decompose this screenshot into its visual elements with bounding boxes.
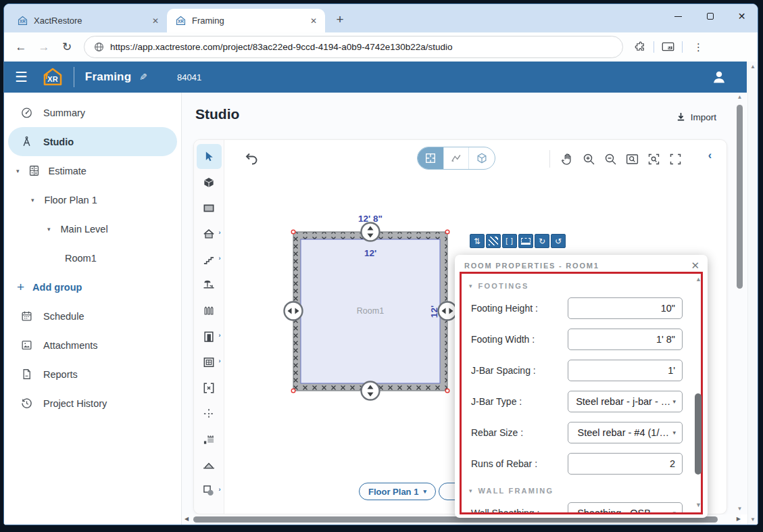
sketch-view-button[interactable] bbox=[443, 147, 469, 169]
house-tool[interactable]: › bbox=[197, 221, 222, 246]
maximize-button[interactable] bbox=[694, 4, 726, 28]
address-bar[interactable]: https://app.xactrestore.com/project/83ac… bbox=[84, 36, 623, 58]
scroll-down-arrow[interactable]: ▼ bbox=[748, 516, 758, 523]
view-mode-switcher bbox=[417, 147, 495, 170]
pan-hand-icon[interactable] bbox=[560, 152, 574, 166]
expand-caret-icon[interactable]: ▾ bbox=[31, 197, 34, 203]
screen-search-icon[interactable] bbox=[661, 41, 675, 53]
roof-tool[interactable] bbox=[197, 452, 222, 477]
tab-xactrestore[interactable]: XR XactRestore ✕ bbox=[9, 9, 167, 32]
close-panel-icon[interactable]: ✕ bbox=[691, 260, 699, 270]
add-group-button[interactable]: + Add group bbox=[4, 272, 181, 301]
reload-button[interactable]: ↻ bbox=[57, 37, 77, 57]
tab-framing[interactable]: XR Framing ✕ bbox=[167, 9, 325, 32]
expand-caret-icon[interactable]: ▾ bbox=[16, 168, 20, 174]
panel-scroll-up-arrow[interactable]: ▲ bbox=[695, 276, 702, 283]
import-button[interactable]: Import bbox=[676, 112, 716, 122]
close-button[interactable]: ✕ bbox=[726, 4, 758, 28]
jbar-spacing-input[interactable] bbox=[568, 360, 683, 381]
deck-patio-tool[interactable] bbox=[197, 272, 222, 297]
footing-width-input[interactable] bbox=[568, 329, 683, 350]
hamburger-menu-icon[interactable]: ☰ bbox=[15, 69, 28, 85]
3d-view-button[interactable] bbox=[469, 147, 495, 169]
sidebar-item-project-history[interactable]: Project History bbox=[4, 389, 181, 418]
scroll-left-arrow[interactable]: ◀ bbox=[184, 516, 189, 522]
extensions-icon[interactable] bbox=[634, 41, 647, 53]
scroll-right-arrow[interactable]: ▶ bbox=[737, 516, 741, 522]
zoom-window-icon[interactable] bbox=[625, 152, 639, 166]
section-collapse-icon[interactable]: ▾ bbox=[469, 283, 472, 289]
tree-item-room1[interactable]: Room1 bbox=[4, 243, 181, 272]
flip-vertical-button[interactable]: ⇅ bbox=[470, 234, 485, 248]
dimension-tool[interactable] bbox=[197, 427, 222, 452]
panel-scrollbar-thumb[interactable] bbox=[695, 393, 702, 475]
sidebar-item-schedule[interactable]: Schedule bbox=[4, 301, 181, 331]
fullscreen-icon[interactable] bbox=[668, 152, 683, 166]
floor-plan-selector[interactable]: Floor Plan 1 ▾ bbox=[359, 483, 436, 500]
reference-point-tool[interactable] bbox=[197, 401, 222, 426]
footing-height-input[interactable] bbox=[568, 297, 683, 319]
minimize-button[interactable] bbox=[662, 4, 694, 28]
wall-style-button[interactable] bbox=[518, 234, 533, 248]
sidebar-item-attachments[interactable]: Attachments bbox=[4, 331, 181, 360]
browser-menu-button[interactable]: ⋮ bbox=[689, 41, 708, 53]
flyout-chevron: › bbox=[219, 332, 221, 339]
window-tool[interactable]: › bbox=[197, 349, 222, 374]
wall-sheathing-select[interactable]: Sheathing - OSB - … ▾ bbox=[568, 502, 683, 514]
chevron-down-icon: ▾ bbox=[672, 510, 676, 514]
select-tool[interactable] bbox=[197, 144, 222, 169]
panel-scroll-down-arrow[interactable]: ▼ bbox=[695, 502, 702, 508]
resize-handle-right[interactable] bbox=[439, 302, 457, 320]
zoom-selection-icon[interactable] bbox=[647, 152, 661, 166]
rotate-cw-button[interactable]: ↻ bbox=[535, 234, 549, 248]
jbar-type-select[interactable]: Steel rebar - j-bar - … ▾ bbox=[568, 391, 683, 412]
scrollbar-thumb[interactable] bbox=[737, 105, 743, 289]
account-avatar-icon[interactable] bbox=[710, 68, 728, 86]
undo-button[interactable] bbox=[243, 150, 260, 166]
sidebar-item-reports[interactable]: Reports bbox=[4, 360, 181, 389]
missing-wall-tool[interactable] bbox=[197, 375, 222, 400]
rebar-size-select[interactable]: Steel rebar - #4 (1/… ▾ bbox=[568, 422, 683, 443]
scroll-up-arrow[interactable]: ▲ bbox=[735, 94, 745, 100]
room-drawing[interactable]: Room1 12' 8" 12' 12' bbox=[282, 198, 461, 411]
rotate-ccw-button[interactable]: ↺ bbox=[551, 234, 566, 248]
section-collapse-icon[interactable]: ▾ bbox=[469, 487, 472, 494]
tree-item-floor-plan-1[interactable]: ▾ Floor Plan 1 bbox=[4, 185, 181, 214]
edit-title-icon[interactable]: ✎ bbox=[139, 72, 147, 82]
tab-close-icon[interactable]: ✕ bbox=[149, 15, 162, 27]
fence-tool[interactable] bbox=[197, 298, 222, 323]
zoom-out-icon[interactable] bbox=[604, 152, 618, 166]
chevron-down-icon: ▾ bbox=[672, 398, 676, 405]
door-tool[interactable]: › bbox=[197, 324, 222, 349]
sidebar-item-estimate[interactable]: ▾ Estimate bbox=[4, 156, 181, 185]
resize-handle-left[interactable] bbox=[285, 302, 303, 320]
section-wall-framing[interactable]: ▾ WALL FRAMING bbox=[469, 483, 693, 498]
forward-button[interactable]: → bbox=[34, 37, 54, 57]
stairs-tool[interactable]: › bbox=[197, 247, 222, 272]
content-vertical-scrollbar[interactable]: ▲ ▼ bbox=[735, 93, 745, 513]
zoom-in-icon[interactable] bbox=[582, 152, 596, 166]
new-tab-button[interactable]: + bbox=[330, 11, 349, 30]
scroll-up-arrow[interactable]: ▲ bbox=[748, 64, 758, 70]
wall-hatch-button[interactable] bbox=[486, 234, 501, 248]
shapes-tool[interactable]: › bbox=[197, 478, 222, 503]
back-button[interactable]: ← bbox=[11, 37, 31, 57]
section-footings[interactable]: ▾ FOOTINGS bbox=[469, 279, 693, 293]
fence-icon bbox=[202, 304, 216, 318]
page-vertical-scrollbar[interactable]: ▲ ▼ bbox=[747, 62, 758, 525]
3d-object-tool[interactable] bbox=[197, 170, 222, 195]
expand-caret-icon[interactable]: ▾ bbox=[47, 226, 51, 233]
floor-plan-view-button[interactable] bbox=[418, 147, 443, 169]
scroll-down-arrow[interactable]: ▼ bbox=[735, 506, 745, 512]
collapse-panel-chevron[interactable]: ‹ bbox=[708, 149, 712, 162]
globe-icon bbox=[94, 42, 104, 52]
tab-close-icon[interactable]: ✕ bbox=[307, 15, 320, 27]
resize-handle-top[interactable] bbox=[362, 223, 380, 241]
sidebar-item-studio[interactable]: Studio bbox=[8, 127, 177, 156]
sidebar-item-summary[interactable]: Summary bbox=[4, 98, 181, 127]
tree-item-main-level[interactable]: ▾ Main Level bbox=[4, 214, 181, 243]
runs-of-rebar-input[interactable] bbox=[568, 453, 683, 475]
room-tool[interactable] bbox=[197, 195, 222, 220]
resize-handle-bottom[interactable] bbox=[362, 382, 380, 400]
offset-walls-button[interactable]: [ ] bbox=[502, 234, 517, 248]
